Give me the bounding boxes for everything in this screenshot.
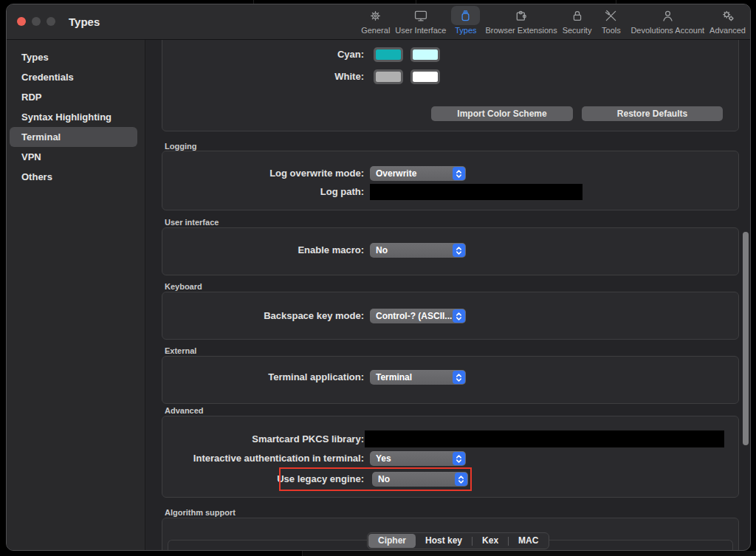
types-jar-icon [451, 6, 480, 25]
toolbar-item-label: General [361, 26, 390, 35]
sidebar-item-label: Credentials [21, 72, 74, 83]
toolbar-item-browser-extensions[interactable]: Browser Extensions [485, 6, 557, 35]
sidebar-item-label: VPN [21, 151, 41, 162]
popup-stepper-icon [453, 452, 465, 465]
puzzle-icon [506, 6, 536, 25]
sidebar-item-label: Others [21, 171, 52, 182]
popup-stepper-icon [453, 244, 465, 257]
toolbar: General User Interface Types Browser Ext… [361, 6, 746, 40]
double-gear-icon [713, 6, 743, 25]
popup-stepper-icon [453, 371, 465, 384]
annotation-highlight-rectangle [279, 467, 472, 491]
advanced-section-title: Advanced [165, 406, 204, 415]
tab-cipher[interactable]: Cipher [368, 534, 416, 548]
cyan-light-swatch [413, 49, 438, 60]
cyan-color-well[interactable] [374, 47, 403, 62]
toolbar-item-label: Types [455, 26, 476, 35]
close-button[interactable] [17, 17, 26, 26]
log-overwrite-mode-select[interactable]: Overwrite [370, 166, 466, 181]
smartcard-pkcs-library-field-redacted[interactable] [365, 430, 724, 447]
tab-host-key[interactable]: Host key [416, 534, 472, 548]
white-light-swatch [413, 72, 438, 82]
user-interface-section-title: User interface [165, 218, 219, 227]
cyan-light-color-well[interactable] [410, 47, 440, 62]
toolbar-item-label: Devolutions Account [630, 26, 704, 35]
terminal-application-label: Terminal application: [117, 370, 364, 385]
restore-defaults-button[interactable]: Restore Defaults [582, 106, 723, 121]
monitor-icon [406, 6, 436, 25]
algorithm-support-section-title: Algorithm support [165, 508, 236, 517]
toolbar-item-user-interface[interactable]: User Interface [395, 6, 446, 35]
interactive-authentication-label: Interactive authentication in terminal: [117, 451, 364, 466]
toolbar-item-tools[interactable]: Tools [597, 6, 625, 35]
popup-value: No [370, 245, 452, 255]
white-label: White: [117, 69, 364, 84]
interactive-authentication-select[interactable]: Yes [370, 451, 466, 466]
person-icon [653, 6, 682, 25]
tab-kex[interactable]: Kex [472, 534, 508, 548]
gear-icon [361, 6, 390, 25]
toolbar-item-label: User Interface [395, 26, 446, 35]
sidebar-item-rdp[interactable]: RDP [10, 87, 137, 107]
sidebar-item-label: Terminal [21, 131, 61, 143]
sidebar-item-terminal[interactable]: Terminal [10, 127, 137, 147]
toolbar-item-label: Tools [602, 26, 621, 35]
sidebar-item-label: Syntax Highlighting [21, 111, 111, 123]
sidebar-item-credentials[interactable]: Credentials [10, 67, 137, 87]
external-section-title: External [165, 346, 196, 355]
sidebar: Types Credentials RDP Syntax Highlightin… [7, 40, 145, 550]
window-title: Types [69, 4, 100, 39]
log-path-label: Log path: [117, 185, 364, 199]
toolbar-item-devolutions-account[interactable]: Devolutions Account [630, 6, 704, 35]
tab-mac[interactable]: MAC [509, 534, 548, 548]
popup-value: Overwrite [370, 168, 452, 179]
desktop-strip [303, 551, 756, 556]
enable-macro-select[interactable]: No [370, 243, 466, 258]
cyan-swatch [376, 49, 401, 60]
preferences-window: Cyan: White: Import Color Scheme Restore… [6, 4, 751, 551]
sidebar-item-types[interactable]: Types [10, 47, 137, 67]
popup-stepper-icon [453, 309, 465, 323]
popup-value: Yes [370, 453, 452, 464]
toolbar-item-label: Advanced [709, 26, 746, 35]
titlebar: Types General User Interface Types Brows… [7, 4, 750, 40]
toolbar-item-advanced[interactable]: Advanced [709, 6, 746, 35]
vertical-scrollbar[interactable] [743, 232, 749, 445]
backspace-key-mode-select[interactable]: Control-? (ASCII... [370, 309, 466, 323]
terminal-application-select[interactable]: Terminal [370, 370, 466, 385]
sidebar-item-syntax-highlighting[interactable]: Syntax Highlighting [10, 107, 137, 127]
sidebar-item-label: Types [21, 52, 49, 63]
minimize-button[interactable] [32, 17, 41, 26]
white-swatch [376, 72, 401, 82]
toolbar-item-label: Security [563, 26, 592, 35]
white-color-well[interactable] [374, 69, 403, 84]
toolbar-item-label: Browser Extensions [485, 26, 557, 35]
import-color-scheme-button[interactable]: Import Color Scheme [431, 106, 573, 121]
popup-value: Terminal [370, 372, 452, 382]
keyboard-section-title: Keyboard [165, 282, 202, 291]
white-light-color-well[interactable] [410, 69, 440, 84]
toolbar-item-types[interactable]: Types [451, 6, 480, 35]
crossed-tools-icon [597, 6, 625, 25]
sidebar-item-others[interactable]: Others [10, 167, 137, 187]
sidebar-item-vpn[interactable]: VPN [10, 147, 137, 167]
toolbar-item-general[interactable]: General [361, 6, 390, 35]
algorithm-tabs: Cipher Host key Kex MAC [367, 532, 549, 549]
backspace-key-mode-label: Backspace key mode: [117, 309, 364, 323]
sidebar-item-label: RDP [21, 92, 41, 103]
logging-section-title: Logging [165, 142, 196, 151]
popup-stepper-icon [453, 167, 465, 180]
popup-value: Control-? (ASCII... [370, 311, 452, 321]
desktop-line [302, 551, 303, 556]
smartcard-pkcs-library-label: Smartcard PKCS library: [117, 432, 364, 447]
enable-macro-label: Enable macro: [117, 243, 364, 258]
log-overwrite-mode-label: Log overwrite mode: [117, 166, 364, 181]
toolbar-item-security[interactable]: Security [563, 6, 592, 35]
lock-icon [563, 6, 591, 25]
cyan-label: Cyan: [117, 47, 364, 62]
zoom-button[interactable] [47, 17, 55, 26]
log-path-field-redacted[interactable] [370, 184, 583, 200]
